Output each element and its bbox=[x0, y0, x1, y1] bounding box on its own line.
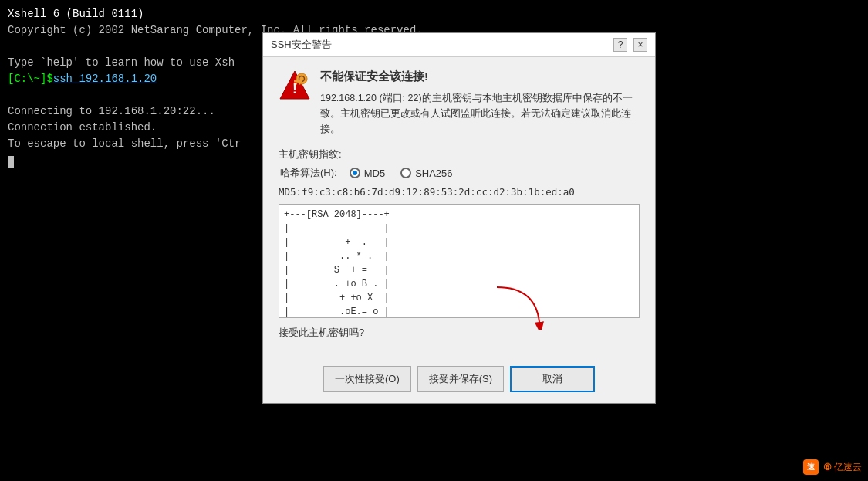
watermark-icon: 速 bbox=[803, 459, 819, 475]
radio-group: MD5 SHA256 bbox=[350, 168, 453, 179]
radio-sha256-label: SHA256 bbox=[415, 168, 452, 179]
warning-desc: 192.168.1.20 (端口: 22)的主机密钥与本地主机密钥数据库中保存的… bbox=[320, 90, 640, 137]
watermark: 速 ⑥ 亿速云 bbox=[803, 459, 862, 475]
dialog-title: SSH安全警告 bbox=[271, 38, 332, 52]
hash-label: 哈希算法(H): bbox=[280, 166, 337, 180]
svg-rect-6 bbox=[299, 83, 300, 85]
warning-header: ! 不能保证安全该连接! 192.168.1.20 (端口: 22)的主机密钥与… bbox=[279, 69, 640, 137]
svg-rect-5 bbox=[296, 83, 297, 85]
key-box-content: +---[RSA 2048]----+ | | | + . | | .. * .… bbox=[279, 205, 639, 318]
accept-question: 接受此主机密钥吗? bbox=[279, 326, 640, 340]
warning-icon: ! bbox=[279, 69, 311, 102]
close-button[interactable]: × bbox=[633, 38, 647, 52]
radio-sha256-dot bbox=[400, 168, 411, 178]
accept-save-button[interactable]: 接受并保存(S) bbox=[417, 366, 504, 392]
dialog-body: ! 不能保证安全该连接! 192.168.1.20 (端口: 22)的主机密钥与… bbox=[263, 57, 655, 360]
warning-text-block: 不能保证安全该连接! 192.168.1.20 (端口: 22)的主机密钥与本地… bbox=[320, 69, 640, 137]
help-button[interactable]: ? bbox=[613, 38, 627, 52]
warning-title: 不能保证安全该连接! bbox=[320, 69, 640, 84]
watermark-text: ⑥ 亿速云 bbox=[823, 461, 862, 474]
svg-rect-4 bbox=[294, 80, 302, 83]
svg-point-2 bbox=[296, 73, 307, 84]
once-accept-button[interactable]: 一次性接受(O) bbox=[323, 366, 411, 392]
dialog-buttons: 一次性接受(O) 接受并保存(S) 取消 bbox=[263, 360, 655, 403]
radio-md5-label: MD5 bbox=[364, 168, 385, 179]
cancel-button[interactable]: 取消 bbox=[510, 366, 595, 392]
terminal-prompt: [C:\~]$ bbox=[8, 71, 53, 87]
cursor-block bbox=[8, 156, 14, 168]
fingerprint-section-label: 主机密钥指纹: bbox=[279, 147, 640, 161]
key-visualization-box[interactable]: +---[RSA 2048]----+ | | | + . | | .. * .… bbox=[279, 204, 640, 318]
title-controls: ? × bbox=[613, 38, 647, 52]
ssh-security-dialog: SSH安全警告 ? × ! 不 bbox=[262, 32, 656, 404]
radio-md5[interactable]: MD5 bbox=[350, 168, 385, 179]
radio-md5-dot bbox=[350, 168, 360, 178]
terminal-command: ssh 192.168.1.20 bbox=[53, 71, 157, 87]
accept-section: 接受此主机密钥吗? bbox=[279, 326, 640, 340]
radio-sha256[interactable]: SHA256 bbox=[400, 168, 452, 179]
terminal-line-1: Xshell 6 (Build 0111) bbox=[8, 6, 860, 22]
dialog-titlebar: SSH安全警告 ? × bbox=[263, 33, 655, 57]
hash-row: 哈希算法(H): MD5 SHA256 bbox=[280, 166, 640, 180]
fingerprint-value: MD5:f9:c3:c8:b6:7d:d9:12:89:53:2d:cc:d2:… bbox=[279, 186, 640, 198]
